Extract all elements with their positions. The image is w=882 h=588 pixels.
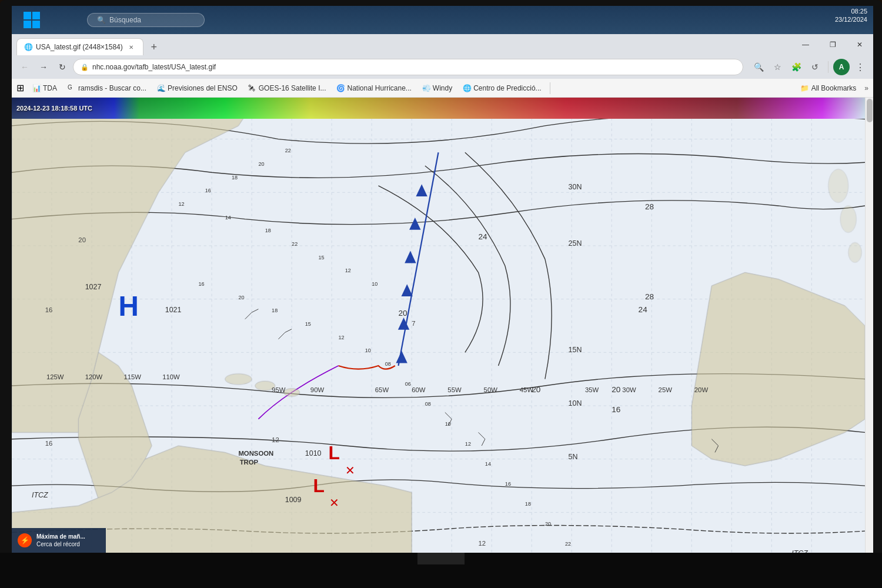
svg-text:28: 28	[645, 292, 654, 301]
bookmark-favicon-nhc: 🌀	[336, 84, 345, 92]
svg-text:16: 16	[198, 281, 204, 287]
svg-text:60W: 60W	[412, 386, 426, 393]
forward-button[interactable]: →	[35, 59, 52, 75]
svg-text:12: 12	[272, 436, 279, 443]
lock-icon: 🔒	[81, 64, 89, 71]
svg-text:14: 14	[225, 215, 231, 220]
taskbar-clock: 08:25 23/12/2024	[835, 7, 867, 24]
tab-close-button[interactable]: ✕	[126, 42, 136, 52]
bookmark-ramsdis[interactable]: G ramsdis - Buscar co...	[63, 83, 151, 93]
bookmark-tda[interactable]: 📊 TDA	[28, 83, 62, 93]
profile-button[interactable]: A	[833, 59, 850, 75]
bookmark-windy[interactable]: 💨 Windy	[417, 83, 457, 93]
svg-text:18: 18	[265, 228, 271, 233]
more-bookmarks-button[interactable]: »	[864, 84, 868, 92]
svg-point-42	[848, 242, 862, 262]
svg-text:50W: 50W	[484, 386, 498, 393]
bookmark-label-centro: Centro de Predicció...	[473, 84, 541, 92]
svg-text:30W: 30W	[622, 386, 636, 393]
svg-text:08: 08	[385, 361, 391, 367]
svg-text:20: 20	[532, 385, 541, 394]
svg-text:24: 24	[639, 305, 648, 314]
taskbar-search-top[interactable]: 🔍 Búsqueda	[87, 13, 205, 27]
svg-text:20: 20	[258, 161, 264, 167]
svg-text:1010: 1010	[305, 449, 322, 457]
svg-text:10: 10	[365, 348, 371, 353]
svg-text:16: 16	[205, 188, 211, 193]
svg-text:12: 12	[338, 335, 344, 340]
svg-point-37	[225, 374, 252, 385]
bookmark-star-button[interactable]: ☆	[769, 59, 786, 75]
bookmark-label-ramsdis: ramsdis - Buscar co...	[78, 84, 146, 92]
bookmark-nhc[interactable]: 🌀 National Hurricane...	[332, 83, 416, 93]
scrollbar-vertical[interactable]	[865, 98, 873, 553]
close-button[interactable]: ✕	[846, 34, 873, 55]
svg-text:12: 12	[178, 201, 184, 207]
svg-text:110W: 110W	[162, 373, 180, 380]
reload-button[interactable]: ↻	[54, 59, 71, 75]
tab-bar: 🌐 USA_latest.gif (2448×1584) ✕ + — ❐ ✕	[12, 34, 873, 55]
windows-logo-icon[interactable]	[24, 12, 40, 28]
bookmark-goes16[interactable]: 🛰 GOES-16 Satellite I...	[243, 83, 331, 93]
svg-text:90W: 90W	[310, 386, 325, 393]
address-bar: ← → ↻ 🔒 nhc.noaa.gov/tafb_latest/USA_lat…	[12, 55, 873, 79]
monitor-neck	[417, 553, 465, 564]
bookmarks-separator	[550, 82, 550, 94]
refresh-button[interactable]: ↺	[807, 59, 823, 75]
active-tab[interactable]: 🌐 USA_latest.gif (2448×1584) ✕	[16, 38, 143, 55]
back-button[interactable]: ←	[16, 59, 33, 75]
svg-text:20W: 20W	[694, 386, 709, 393]
window-controls: — ❐ ✕	[792, 34, 873, 55]
svg-text:7: 7	[412, 320, 415, 327]
svg-text:28: 28	[645, 202, 654, 211]
svg-text:16: 16	[45, 440, 53, 447]
svg-text:20: 20	[612, 385, 621, 394]
svg-text:22: 22	[565, 541, 571, 547]
svg-text:✕: ✕	[345, 464, 355, 477]
radar-strip: 2024-12-23 18:18:58 UTC	[12, 98, 865, 119]
notif-text: Máxima de mañ... Cerca del récord	[36, 533, 85, 548]
svg-text:10N: 10N	[569, 399, 582, 407]
screen: 🔍 Búsqueda 08:25 23/12/2024 🌐 USA_latest…	[12, 6, 873, 553]
minimize-button[interactable]: —	[792, 34, 819, 55]
svg-text:18: 18	[525, 501, 531, 507]
all-bookmarks-button[interactable]: 📁 All Bookmarks	[796, 83, 861, 93]
svg-text:15: 15	[305, 321, 311, 327]
svg-text:12: 12	[479, 540, 486, 547]
zoom-button[interactable]: 🔍	[750, 59, 767, 75]
url-box[interactable]: 🔒 nhc.noaa.gov/tafb_latest/USA_latest.gi…	[73, 59, 743, 75]
svg-text:95W: 95W	[272, 386, 286, 393]
browser-menu-button[interactable]: ⋮	[852, 59, 868, 75]
svg-text:H: H	[118, 290, 138, 322]
bookmark-label-enso: Previsiones del ENSO	[168, 84, 238, 92]
svg-text:15: 15	[318, 255, 324, 260]
bookmark-centro[interactable]: 🌐 Centro de Predicció...	[458, 83, 546, 93]
svg-point-41	[840, 206, 856, 232]
svg-text:18: 18	[232, 175, 238, 181]
svg-text:L: L	[313, 475, 324, 496]
radar-timestamp: 2024-12-23 18:18:58 UTC	[16, 105, 92, 112]
notif-icon: ⚡	[18, 533, 32, 547]
svg-text:65W: 65W	[375, 386, 389, 393]
radar-color-scale	[12, 98, 865, 119]
svg-text:55W: 55W	[447, 386, 462, 393]
svg-text:25N: 25N	[569, 239, 582, 248]
bookmark-favicon-tda: 📊	[32, 84, 41, 92]
svg-text:115W: 115W	[123, 373, 141, 380]
new-tab-button[interactable]: +	[146, 39, 162, 55]
svg-text:20: 20	[78, 236, 86, 243]
extensions-button[interactable]: 🧩	[788, 59, 804, 75]
bookmark-favicon-ramsdis: G	[68, 84, 76, 92]
map-area[interactable]: 2024-12-23 18:18:58 UTC	[12, 98, 873, 553]
bookmark-label-tda: TDA	[43, 84, 57, 92]
maximize-button[interactable]: ❐	[819, 34, 846, 55]
browser-window: 🌐 USA_latest.gif (2448×1584) ✕ + — ❐ ✕ ←…	[12, 34, 873, 553]
scrollbar-thumb[interactable]	[867, 99, 873, 122]
grid-icon-button[interactable]: ⊞	[16, 82, 24, 93]
svg-text:20: 20	[398, 309, 407, 318]
svg-text:5N: 5N	[569, 453, 578, 461]
bookmark-enso[interactable]: 🌊 Previsiones del ENSO	[152, 83, 242, 93]
svg-text:30N: 30N	[569, 183, 582, 191]
svg-text:1021: 1021	[165, 306, 182, 314]
svg-point-39	[284, 389, 300, 397]
